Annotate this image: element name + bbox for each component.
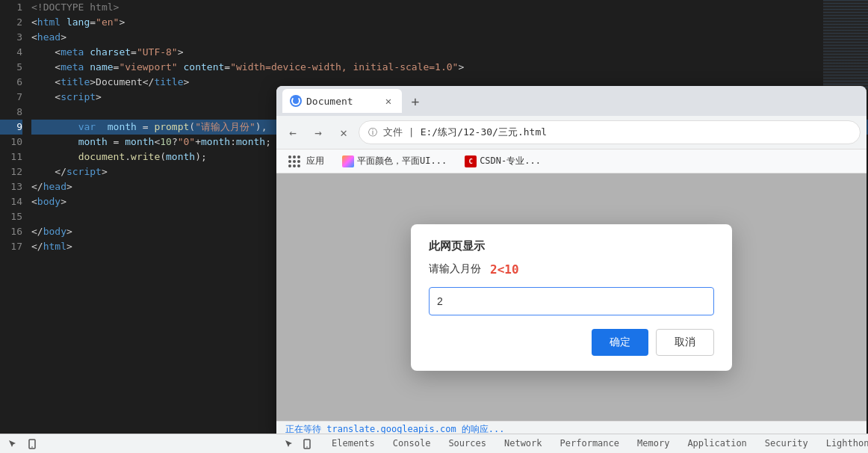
line-number: 15 [0,209,22,224]
devtools-mobile-icon[interactable] [300,437,314,451]
line-numbers: 1 2 3 4 5 6 7 8 9 10 11 12 13 14 15 16 1… [0,0,28,434]
code-token: < [31,30,37,45]
code-token: < [31,75,61,90]
line-number: 6 [0,75,22,90]
dialog-buttons: 确定 取消 [429,329,714,356]
bookmark-mspaint-label: 平面颜色，平面UI... [357,155,447,167]
back-icon: ← [289,126,297,140]
code-token: = [90,15,96,30]
code-token: < [31,194,37,209]
bookmark-mspaint[interactable]: 平面颜色，平面UI... [336,153,453,169]
code-token: "0" [178,135,195,150]
dialog-cancel-button[interactable]: 取消 [656,329,714,356]
code-token: < [154,135,160,150]
address-prefix: 文件 | [383,126,415,139]
line-number: 8 [0,105,22,120]
code-token [31,150,78,164]
apps-grid-icon [288,155,300,167]
dialog-box: 此网页显示 请输入月份 2<10 确定 取消 [411,224,732,371]
dialog-value-hint: 2<10 [490,262,519,277]
code-token: ); [195,150,207,164]
forward-button[interactable]: → [308,122,329,143]
devtools-tab-lighthouse[interactable]: Lighthon [817,434,868,453]
code-token: write [131,150,160,164]
stop-button[interactable]: ✕ [333,122,354,143]
devtools-bar: Elements Console Sources Network Perform… [276,434,868,453]
line-number: 1 [0,0,22,15]
code-token: head [37,30,61,45]
code-token: < [31,90,61,105]
code-token: : [230,135,236,150]
dialog-input[interactable] [429,287,714,315]
code-token: > [184,75,190,90]
code-line-4: <meta charset="UTF-8"> [31,45,868,60]
dialog-confirm-button[interactable]: 确定 [592,329,648,356]
devtools-tab-elements[interactable]: Elements [323,434,384,453]
devtools-tab-network[interactable]: Network [495,434,551,453]
devtools-tab-security[interactable]: Security [756,434,817,453]
devtools-tab-application[interactable]: Application [678,434,755,453]
code-token [96,120,108,135]
bookmark-apps[interactable]: 应用 [282,153,330,169]
dialog-overlay: 此网页显示 请输入月份 2<10 确定 取消 [276,173,867,421]
code-token: ), [255,120,267,135]
svg-point-1 [306,446,308,448]
back-button[interactable]: ← [282,122,303,143]
svg-point-3 [31,446,33,448]
code-token: Document [96,75,143,90]
line-number: 7 [0,90,22,105]
code-token [31,120,78,135]
devtools-tab-memory[interactable]: Memory [628,434,678,453]
code-token: < [31,60,61,75]
tab-close-button[interactable]: ✕ [382,95,394,107]
code-token: > [96,90,102,105]
editor-mobile-icon[interactable] [25,437,39,451]
devtools-tab-application-label: Application [687,438,746,449]
info-icon: ⓘ [368,126,377,139]
bookmark-csdn[interactable]: C CSDN-专业... [459,153,547,169]
address-bar[interactable]: ⓘ 文件 | E:/练习/12-30/三元.html [359,120,861,144]
line-number: 10 [0,135,22,150]
code-token: > [119,15,125,30]
devtools-tab-console-label: Console [393,438,431,449]
csdn-favicon-icon: C [465,155,477,167]
code-token: > [66,179,72,194]
devtools-tab-sources[interactable]: Sources [439,434,495,453]
line-number: 14 [0,194,22,209]
devtools-tab-performance[interactable]: Performance [551,434,628,453]
tab-favicon-icon [290,95,302,107]
code-token: ( [189,120,195,135]
new-tab-button[interactable]: + [405,90,426,111]
browser-addressbar: ← → ✕ ⓘ 文件 | E:/练习/12-30/三元.html [276,116,867,150]
code-token: > [61,194,66,209]
code-line-3: <head> [31,30,868,45]
code-token: + [195,135,201,150]
devtools-pointer-icon[interactable] [282,437,296,451]
new-tab-icon: + [412,93,420,109]
browser-content: 此网页显示 请输入月份 2<10 确定 取消 [276,173,867,421]
code-token: meta [61,60,84,75]
dialog-title: 此网页显示 [429,239,714,253]
code-token: ; [265,135,271,150]
code-token: head [43,179,66,194]
code-token: charset [84,45,131,60]
code-token: prompt [154,120,189,135]
line-number: 5 [0,60,22,75]
line-number: 16 [0,224,22,239]
code-token: . [125,150,131,164]
code-line-5: <meta name="viewport" content="width=dev… [31,60,868,75]
code-token: html [43,239,66,254]
code-token: content [178,60,225,75]
bookmark-apps-label: 应用 [306,155,324,167]
devtools-tab-console[interactable]: Console [384,434,440,453]
code-token: = [108,135,125,150]
code-token [31,135,78,150]
code-token: title [61,75,90,90]
devtools-tab-sources-label: Sources [448,438,486,449]
browser-tab-active[interactable]: Document ✕ [282,89,402,113]
browser-tabbar: Document ✕ + [276,86,867,116]
code-token: meta [61,45,84,60]
dialog-prompt-row: 请输入月份 2<10 [429,262,714,277]
editor-pointer-icon[interactable] [6,437,19,451]
code-token: ? [172,135,178,150]
